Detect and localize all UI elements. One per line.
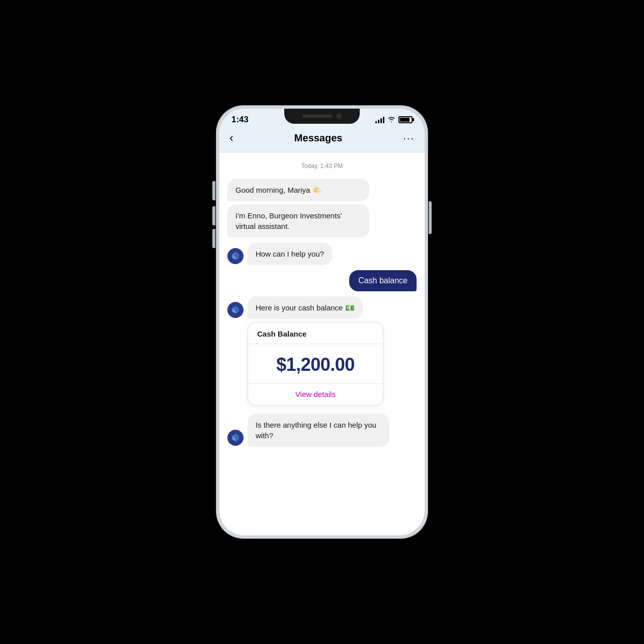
balance-card: Cash Balance $1,200.00 View details: [248, 322, 383, 406]
balance-card-title: Cash Balance: [257, 330, 306, 338]
bot-response-messages: Here is your cash balance 💵: [248, 296, 363, 319]
bot-followup-row: Is there anything else I can help you wi…: [227, 414, 417, 447]
balance-card-wrapper: Cash Balance $1,200.00 View details: [248, 322, 417, 406]
bot-avatar-3: [227, 430, 244, 446]
wifi-icon: [387, 116, 395, 124]
balance-card-footer: View details: [248, 384, 383, 405]
phone-screen: 1:43: [219, 109, 425, 535]
bot-bubble-followup: Is there anything else I can help you wi…: [248, 414, 389, 447]
page-title: Messages: [294, 132, 343, 144]
bot-bubbles-2: How can I help you?: [248, 243, 332, 265]
phone-frame: 1:43: [216, 106, 428, 538]
balance-amount-section: $1,200.00: [248, 344, 383, 384]
bot-message-group-2: How can I help you?: [227, 243, 417, 265]
battery-icon: [398, 116, 413, 123]
messages-header: ‹ Messages ···: [219, 127, 425, 152]
more-button[interactable]: ···: [403, 132, 415, 144]
balance-amount: $1,200.00: [276, 354, 355, 375]
user-message-row: Cash balance: [227, 270, 417, 291]
status-icons: [375, 116, 413, 124]
bot-bubbles-1: Good morning, Mariya 🌤️ I'm Enno, Burgeo…: [227, 179, 369, 237]
status-time: 1:43: [231, 115, 249, 125]
bot-followup-messages: Is there anything else I can help you wi…: [248, 414, 389, 447]
bot-bubble-help: How can I help you?: [248, 243, 332, 265]
bot-response-row: Here is your cash balance 💵: [227, 296, 417, 319]
message-timestamp: Today, 1:43 PM: [227, 163, 417, 170]
bot-bubble-greeting: Good morning, Mariya 🌤️: [227, 179, 369, 201]
bot-bubble-cash-response: Here is your cash balance 💵: [248, 296, 363, 319]
messages-area: Today, 1:43 PM Good morning, Mariya 🌤️ I…: [219, 152, 425, 535]
bot-avatar-2: [227, 302, 244, 318]
bot-bubble-intro: I'm Enno, Burgeon Investments' virtual a…: [227, 204, 369, 237]
camera: [337, 114, 342, 119]
balance-card-header: Cash Balance: [248, 323, 383, 344]
user-bubble-cash-balance: Cash balance: [349, 270, 417, 291]
notch: [284, 109, 360, 124]
battery-fill: [400, 118, 410, 122]
bot-message-group-1: Good morning, Mariya 🌤️ I'm Enno, Burgeo…: [227, 179, 417, 237]
signal-icon: [375, 116, 384, 123]
bot-avatar: [227, 248, 244, 264]
back-button[interactable]: ‹: [229, 131, 233, 145]
speaker: [302, 115, 333, 118]
view-details-link[interactable]: View details: [295, 390, 336, 398]
